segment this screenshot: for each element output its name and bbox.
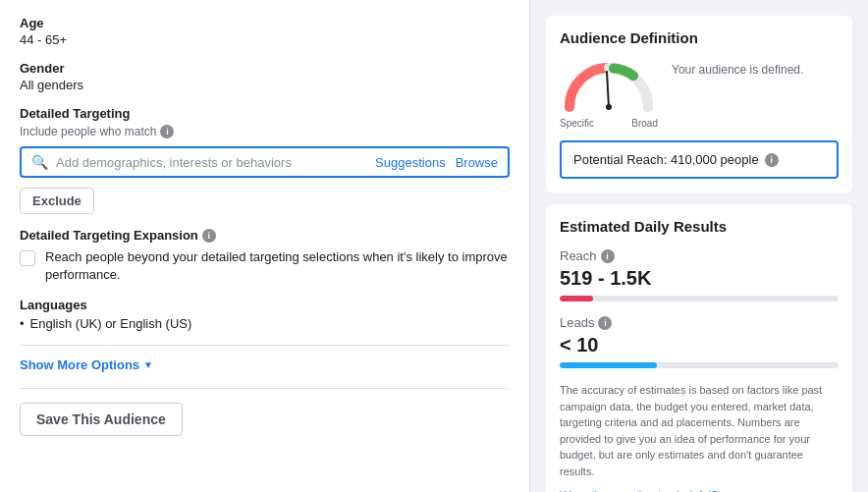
right-panel: Audience Definition Specific Bro xyxy=(530,0,868,492)
svg-point-1 xyxy=(606,104,612,110)
leads-label: Leads i xyxy=(560,315,839,330)
languages-value: • English (UK) or English (US) xyxy=(20,316,510,331)
gauge-broad-label: Broad xyxy=(631,118,658,129)
include-label: Include people who match i xyxy=(20,125,510,138)
expansion-checkbox[interactable] xyxy=(20,250,35,266)
estimated-daily-results-title: Estimated Daily Results xyxy=(560,218,839,235)
expansion-row: Reach people beyond your detailed target… xyxy=(20,248,510,284)
audience-definition-title: Audience Definition xyxy=(560,29,839,46)
gender-section: Gender All genders xyxy=(20,61,510,92)
divider-1 xyxy=(20,345,510,346)
divider-2 xyxy=(20,388,510,389)
reach-label: Reach i xyxy=(560,248,839,263)
gauge-specific-label: Specific xyxy=(560,118,594,129)
age-section: Age 44 - 65+ xyxy=(20,16,510,47)
leads-value: < 10 xyxy=(560,334,839,356)
estimated-daily-results-card: Estimated Daily Results Reach i 519 - 1.… xyxy=(546,204,852,492)
reach-metric: Reach i 519 - 1.5K xyxy=(560,248,839,301)
search-icon: 🔍 xyxy=(31,154,48,170)
detailed-targeting-section: Detailed Targeting Include people who ma… xyxy=(20,106,510,228)
left-panel: Age 44 - 65+ Gender All genders Detailed… xyxy=(0,0,530,492)
include-info-icon[interactable]: i xyxy=(160,125,174,138)
exclude-button[interactable]: Exclude xyxy=(20,188,94,214)
audience-definition-card: Audience Definition Specific Bro xyxy=(546,16,852,192)
leads-metric: Leads i < 10 xyxy=(560,315,839,368)
reach-info-icon[interactable]: i xyxy=(601,249,615,263)
gauge-section: Specific Broad Your audience is defined. xyxy=(560,58,839,129)
detailed-targeting-label: Detailed Targeting xyxy=(20,106,510,121)
potential-reach-info-icon[interactable]: i xyxy=(765,153,779,167)
languages-section: Languages • English (UK) or English (US) xyxy=(20,298,510,331)
expansion-section: Detailed Targeting Expansion i Reach peo… xyxy=(20,228,510,284)
browse-link[interactable]: Browse xyxy=(456,155,498,170)
gauge-wrap: Specific Broad xyxy=(560,58,658,129)
svg-line-0 xyxy=(607,72,609,107)
gender-label: Gender xyxy=(20,61,510,76)
suggestions-link[interactable]: Suggestions xyxy=(375,155,446,170)
dropdown-arrow-icon: ▼ xyxy=(143,359,153,370)
detailed-targeting-search-bar[interactable]: 🔍 Add demographics, interests or behavio… xyxy=(20,146,510,178)
expansion-title: Detailed Targeting Expansion i xyxy=(20,228,510,243)
search-actions: Suggestions Browse xyxy=(375,155,498,170)
show-more-options-link[interactable]: Show More Options ▼ xyxy=(20,357,510,372)
leads-info-icon[interactable]: i xyxy=(598,316,612,330)
reach-progress-bar-fill xyxy=(560,296,593,301)
age-value: 44 - 65+ xyxy=(20,32,510,47)
expansion-info-icon[interactable]: i xyxy=(202,229,216,243)
audience-defined-text: Your audience is defined. xyxy=(672,62,803,79)
gauge-svg xyxy=(560,58,658,113)
potential-reach-box: Potential Reach: 410,000 people i xyxy=(560,140,839,179)
age-label: Age xyxy=(20,16,510,30)
reach-value: 519 - 1.5K xyxy=(560,267,839,290)
reach-progress-bar-bg xyxy=(560,296,839,301)
save-audience-button[interactable]: Save This Audience xyxy=(20,403,183,436)
potential-reach-text: Potential Reach: 410,000 people xyxy=(573,152,759,167)
expansion-text: Reach people beyond your detailed target… xyxy=(45,248,510,284)
gender-value: All genders xyxy=(20,78,510,92)
leads-progress-bar-fill xyxy=(560,362,657,368)
leads-progress-bar-bg xyxy=(560,362,839,368)
search-placeholder-text: Add demographics, interests or behaviors xyxy=(56,155,375,170)
accuracy-note: The accuracy of estimates is based on fa… xyxy=(560,382,839,479)
gauge-labels: Specific Broad xyxy=(560,118,658,129)
languages-label: Languages xyxy=(20,298,510,312)
